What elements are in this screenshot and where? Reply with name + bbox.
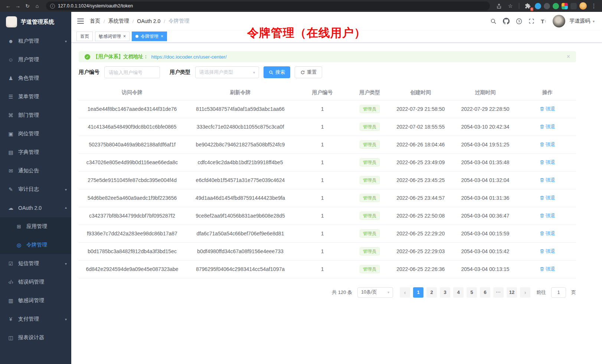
user-type-label: 用户类型 (170, 69, 190, 76)
action-cell: 强退 (519, 171, 576, 189)
reset-button[interactable]: 重置 (295, 66, 322, 78)
sidebar-item-menu[interactable]: ☰菜单管理 (0, 87, 71, 106)
sidebar-item-audit[interactable]: ✎审计日志▾ (0, 180, 71, 199)
expire-time-cell: 2054-03-10 20:42:34 (452, 118, 519, 136)
sidebar-item-role[interactable]: ♟角色管理 (0, 69, 71, 87)
force-logout-button[interactable]: 强退 (540, 248, 555, 255)
sidebar-item-report[interactable]: ◫报表设计器 (0, 328, 71, 347)
extension-green-icon[interactable] (553, 3, 559, 9)
next-page-button[interactable]: › (520, 287, 530, 298)
expire-time-cell: 2054-03-04 01:35:48 (452, 153, 519, 171)
force-logout-button[interactable]: 强退 (540, 212, 555, 219)
user-menu-caret-icon[interactable]: ▾ (593, 19, 595, 23)
tab-label: 首页 (80, 33, 89, 40)
force-logout-button[interactable]: 强退 (540, 177, 555, 183)
user-id-input[interactable] (104, 66, 160, 78)
tab-2[interactable]: 令牌管理× (132, 32, 167, 41)
main-area: 首页/系统管理/OAuth 2.0/令牌管理 ?T↕ 芋道源码 ▾ 首页敏感词管… (71, 12, 602, 364)
search-icon[interactable] (490, 18, 497, 24)
user-type-select[interactable]: 请选择用户类型 ▾ (195, 66, 259, 78)
url-bar[interactable]: i 127.0.0.1:1024/system/oauth2/token (46, 1, 490, 10)
goto-page-input[interactable] (551, 287, 566, 298)
force-logout-button[interactable]: 强退 (540, 141, 555, 148)
trash-icon (540, 249, 544, 254)
refresh-token-cell: 333ecfc71e02480cb11055c875c3ca0f (186, 118, 295, 136)
force-logout-label: 强退 (546, 266, 555, 272)
breadcrumb-separator-icon: / (132, 19, 134, 24)
bookmark-star-icon[interactable]: ☆ (506, 1, 515, 10)
doc-link[interactable]: https://doc.iocoder.cn/user-center/ (151, 54, 227, 60)
sidebar-item-oauth2[interactable]: ☁OAuth 2.0▾ (0, 199, 71, 217)
announcement-icon: ✉ (7, 168, 14, 174)
created-time-cell: 2022-06-25 23:45:25 (389, 171, 452, 189)
extension-dark-icon[interactable] (544, 3, 550, 9)
user-id-cell: 1 (295, 242, 350, 260)
help-icon[interactable]: ? (516, 18, 522, 24)
back-icon[interactable]: ← (4, 1, 13, 10)
extension-blue-icon[interactable] (535, 3, 541, 9)
force-logout-label: 强退 (546, 123, 555, 130)
sidebar-item-oauth2-token[interactable]: ◎令牌管理 (0, 236, 71, 254)
force-logout-button[interactable]: 强退 (540, 266, 555, 272)
page-button-12[interactable]: 12 (507, 287, 517, 298)
page-button-2[interactable]: 2 (426, 287, 437, 298)
force-logout-button[interactable]: 强退 (540, 159, 555, 166)
sidebar-item-sms[interactable]: ☑短信管理▾ (0, 254, 71, 273)
force-logout-button[interactable]: 强退 (540, 195, 555, 201)
sidebar-item-tenant[interactable]: ☻租户管理▾ (0, 32, 71, 50)
force-logout-button[interactable]: 强退 (540, 106, 555, 112)
force-logout-button[interactable]: 强退 (540, 230, 555, 237)
sidebar-item-notice[interactable]: ✉通知公告 (0, 162, 71, 180)
username[interactable]: 芋道源码 (569, 18, 590, 24)
breadcrumb-item[interactable]: 首页 (90, 18, 100, 24)
kebab-menu-icon[interactable]: ⋮ (589, 1, 598, 10)
extension-puzzle-icon[interactable]: 0 (523, 1, 532, 10)
sidebar-item-post[interactable]: ▣岗位管理 (0, 125, 71, 143)
user-avatar[interactable] (553, 15, 565, 27)
sidebar-item-user[interactable]: ☺用户管理 (0, 50, 71, 69)
fullscreen-icon[interactable] (529, 18, 534, 24)
total-count: 共 120 条 (332, 289, 352, 296)
prev-page-button[interactable]: ‹ (400, 287, 410, 298)
page-button-6[interactable]: 6 (480, 287, 490, 298)
breadcrumb: 首页/系统管理/OAuth 2.0/令牌管理 (90, 18, 189, 24)
collapse-sidebar-icon[interactable] (77, 18, 84, 24)
profile-avatar-icon[interactable] (579, 2, 587, 10)
page-button-3[interactable]: 3 (440, 287, 450, 298)
home-icon[interactable]: ⌂ (33, 1, 42, 10)
breadcrumb-item[interactable]: OAuth 2.0 (137, 18, 160, 24)
share-icon[interactable] (494, 1, 503, 10)
github-icon[interactable] (503, 18, 510, 24)
reload-icon[interactable]: ↻ (23, 1, 32, 10)
tab-close-icon[interactable]: × (161, 34, 163, 39)
extension-dark2-icon[interactable] (570, 3, 577, 9)
force-logout-button[interactable]: 强退 (540, 123, 555, 130)
page-button-4[interactable]: 4 (453, 287, 464, 298)
forward-icon[interactable]: → (13, 1, 22, 10)
chevron-up-icon: ▾ (65, 206, 67, 210)
page-info-icon[interactable]: i (50, 4, 55, 9)
font-size-icon[interactable]: T↕ (541, 18, 546, 24)
extension-colorful-icon[interactable] (562, 3, 568, 9)
more-pages-icon[interactable]: ··· (493, 287, 504, 298)
oauth-icon: ☁ (7, 205, 14, 211)
sidebar-item-sensitive[interactable]: ▥敏感词管理 (0, 291, 71, 310)
tab-1[interactable]: 敏感词管理× (95, 32, 130, 41)
user-type-badge: 管理员 (360, 265, 380, 273)
tab-0[interactable]: 首页 (76, 32, 93, 41)
chevron-down-icon: ▾ (65, 317, 67, 321)
search-button[interactable]: 搜索 (264, 66, 290, 78)
tab-close-icon[interactable]: × (123, 34, 126, 39)
sidebar-item-label: 令牌管理 (26, 242, 47, 248)
page-size-select[interactable]: 10条/页 ▾ (357, 287, 393, 298)
sidebar-item-dict[interactable]: ▤字典管理 (0, 143, 71, 162)
app-logo[interactable]: 芋道管理系统 (0, 12, 71, 32)
sidebar-item-dept[interactable]: ⌘部门管理 (0, 106, 71, 125)
sidebar-item-oauth2-app[interactable]: ⊞应用管理 (0, 217, 71, 236)
sidebar-item-pay[interactable]: ¥支付管理▾ (0, 310, 71, 328)
sidebar-item-errcode[interactable]: ‹/›错误码管理 (0, 273, 71, 291)
page-button-1[interactable]: 1 (413, 287, 423, 298)
page-button-5[interactable]: 5 (467, 287, 477, 298)
alert-close-icon[interactable]: × (567, 53, 570, 60)
breadcrumb-item[interactable]: 系统管理 (108, 18, 129, 24)
